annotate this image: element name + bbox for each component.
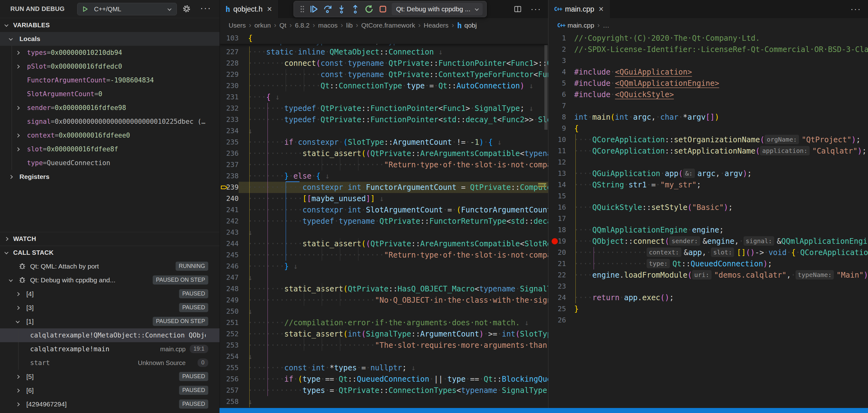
line-number[interactable]: 253 (220, 340, 239, 351)
code-line[interactable]: 18····QQmlApplicationEngine·engine; (549, 225, 868, 236)
code-line[interactable]: 9{ (549, 123, 868, 134)
code-line[interactable]: 255········const·int·*types·=·nullptr; ↓ (220, 362, 548, 374)
call-stack-section-header[interactable]: CALL STACK (0, 246, 219, 260)
code-line[interactable]: 25} (549, 303, 868, 315)
line-number[interactable]: 230 (220, 80, 239, 92)
breadcrumb-file[interactable]: C++main.cpp (557, 22, 594, 29)
variables-section-header[interactable]: VARIABLES (0, 18, 219, 32)
call-stack-row-thread[interactable]: [4294967294]PAUSED (0, 397, 219, 411)
code-line[interactable]: 257············types·=·QtPrivate::Connec… (220, 385, 548, 396)
line-number[interactable]: 250 (220, 306, 239, 317)
call-stack-row-frame[interactable]: startUnknown Source0 (0, 356, 219, 370)
code-line[interactable]: 12 (549, 157, 868, 168)
line-number[interactable]: 244 (220, 238, 239, 249)
gripper-icon[interactable] (298, 3, 307, 15)
line-number[interactable]: 3 (549, 55, 566, 66)
line-number[interactable]: 242 (220, 215, 239, 227)
line-number[interactable]: 227 (220, 46, 239, 58)
scope-row-locals[interactable]: Locals (0, 32, 219, 46)
variable-row[interactable]: types = 0x000000010210db94 (0, 46, 219, 60)
line-number[interactable]: 252 (220, 329, 239, 340)
code-line[interactable]: 16····QQuickStyle::setStyle("Basic"); (549, 202, 868, 213)
launch-config-dropdown[interactable]: C++/QML (77, 3, 177, 15)
code-line[interactable]: 19····QObject::connect(sender:&engine,·s… (549, 236, 868, 247)
breadcrumb-item[interactable]: Headers (424, 22, 448, 29)
continue-button[interactable] (307, 3, 321, 15)
variable-row[interactable]: SlotArgumentCount = 0 (0, 87, 219, 101)
code-line[interactable]: 103{ (220, 33, 548, 44)
code-line[interactable]: 15 (549, 191, 868, 202)
line-number[interactable]: 10 (549, 134, 566, 145)
code-line[interactable]: 5#include·<QQmlApplicationEngine> (549, 78, 868, 89)
call-stack-row-thread[interactable]: [1]PAUSED ON STEP (0, 315, 219, 329)
chevron-right-icon[interactable] (16, 106, 20, 110)
line-number[interactable]: 103 (220, 33, 239, 44)
code-line[interactable]: 241············constexpr·int·SlotArgumen… (220, 204, 548, 215)
code-editor-main[interactable]: 1//·Copyright·(C)·2020·The·Qt·Company·Lt… (549, 33, 868, 408)
code-editor-qobject[interactable]: 103{ ····template·<typename·Func1,·typen… (220, 33, 548, 408)
line-number[interactable]: 232 (220, 103, 239, 114)
line-number[interactable]: 248 (220, 283, 239, 295)
line-number[interactable]: 16 (549, 202, 566, 213)
line-number[interactable]: 234 (220, 125, 239, 137)
split-editor-icon[interactable] (514, 5, 522, 13)
stop-button[interactable] (376, 3, 390, 15)
code-line[interactable]: 14····QString·str1·=·"my_str"; (549, 179, 868, 191)
code-line[interactable]: 248········static_assert(QtPrivate::HasQ… (220, 283, 548, 295)
code-line[interactable]: 4#include·<QGuiApplication> (549, 66, 868, 78)
line-number[interactable]: 245 (220, 249, 239, 261)
chevron-right-icon[interactable] (16, 134, 20, 138)
code-line[interactable]: 246········} ↓ (220, 261, 548, 272)
close-icon[interactable]: × (267, 5, 272, 13)
breadcrumb-item[interactable]: lib (346, 22, 353, 29)
line-number[interactable]: 254 (220, 351, 239, 362)
line-number[interactable]: 15 (549, 191, 566, 202)
code-line[interactable]: 8int·main(int·argc,·char·*argv[]) (549, 111, 868, 123)
breadcrumb-item[interactable]: … (603, 22, 609, 29)
code-line[interactable]: 232········typedef·QtPrivate::FunctionPo… (220, 103, 548, 114)
code-line[interactable]: 11····QCoreApplication::setApplicationNa… (549, 145, 868, 157)
line-number[interactable]: 233 (220, 114, 239, 125)
line-number[interactable]: 24 (549, 292, 566, 303)
breadcrumb-item[interactable]: Qt (279, 22, 286, 29)
line-number[interactable]: 17 (549, 213, 566, 225)
chevron-right-icon[interactable] (16, 292, 20, 296)
registers-row[interactable]: Registers (0, 170, 219, 184)
breadcrumb-item[interactable]: orkun (254, 22, 271, 29)
line-number[interactable]: 22 (549, 270, 566, 281)
code-line[interactable]: 233········typedef·QtPrivate::FunctionPo… (220, 114, 548, 125)
chevron-down-icon[interactable] (9, 278, 13, 282)
line-number[interactable]: 11 (549, 145, 566, 157)
restart-button[interactable] (362, 3, 376, 15)
call-stack-row-frame[interactable]: calqlatrexample!mainmain.cpp19:1 (0, 342, 219, 356)
line-number[interactable]: 4 (549, 66, 566, 78)
code-line[interactable]: 245······························"Return… (220, 249, 548, 261)
code-line[interactable]: 24····return·app.exec(); (549, 292, 868, 303)
code-line[interactable]: 3 (549, 55, 868, 66)
call-stack-row-thread[interactable]: [4]PAUSED (0, 287, 219, 301)
breadcrumb-file[interactable]: hqobj (457, 21, 477, 30)
line-number[interactable]: 18 (549, 225, 566, 236)
vertical-scrollbar[interactable] (545, 45, 548, 130)
code-line[interactable]: 234↓ (220, 125, 548, 137)
breadcrumb-item[interactable]: 6.8.2 (295, 22, 310, 29)
line-number[interactable]: 7 (549, 100, 566, 111)
chevron-right-icon[interactable] (16, 306, 20, 310)
chevron-right-icon[interactable] (16, 51, 20, 55)
code-line[interactable]: 251········//compilation·error·if·the·ar… (220, 317, 548, 329)
line-number[interactable]: 256 (220, 374, 239, 385)
variable-row[interactable]: sender = 0x000000016fdfee98 (0, 101, 219, 115)
more-actions-icon[interactable]: ··· (850, 4, 861, 14)
code-line[interactable]: 17 (549, 213, 868, 225)
code-line[interactable]: 254↓ (220, 351, 548, 362)
code-line[interactable]: 230················Qt::ConnectionType·ty… (220, 80, 548, 92)
code-line[interactable]: 253····························"The·slot… (220, 340, 548, 351)
line-number[interactable] (220, 44, 239, 46)
code-line[interactable]: 7 (549, 100, 868, 111)
call-stack-row-session[interactable]: Qt: Debug with cppdbg and...PAUSED ON ST… (0, 273, 219, 287)
code-line[interactable]: 239············constexpr·int·FunctorArgu… (220, 182, 548, 193)
line-number[interactable]: 26 (549, 315, 566, 326)
code-line[interactable]: 13····QGuiApplication·app(&:argc,·argv); (549, 168, 868, 179)
line-number[interactable]: 14 (549, 179, 566, 191)
code-line[interactable]: 23 (549, 281, 868, 292)
